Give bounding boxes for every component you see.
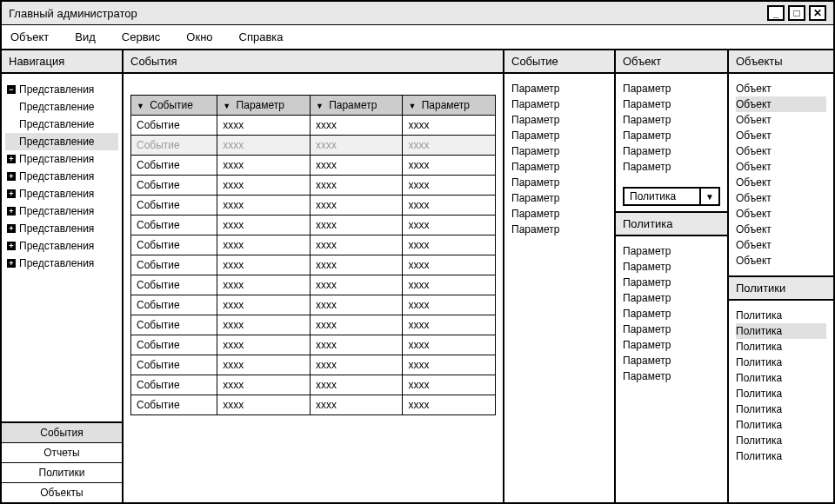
tree-item-label: Представления <box>19 153 94 165</box>
column-header[interactable]: ▼ Параметр <box>217 96 311 116</box>
tree-item-label: Представления <box>19 205 94 217</box>
navigation-tabs: СобытияОтчетыПолитикиОбъекты <box>2 421 122 502</box>
list-item[interactable]: Объект <box>736 237 826 253</box>
object-column: Объект ПараметрПараметрПараметрПараметрП… <box>616 50 729 502</box>
dropdown-arrow-icon[interactable]: ▼ <box>701 187 720 206</box>
list-item[interactable]: Объект <box>736 128 826 143</box>
table-cell: xxxx <box>217 216 311 235</box>
navigation-tree: ПредставленияПредставлениеПредставлениеП… <box>2 74 122 421</box>
table-cell: Событие <box>131 176 217 196</box>
tree-item[interactable]: Представление <box>5 98 118 116</box>
collapse-icon[interactable] <box>7 85 16 94</box>
list-item[interactable]: Объект <box>736 206 826 222</box>
list-item[interactable]: Политика <box>736 308 826 323</box>
tree-item-label: Представления <box>19 188 94 200</box>
expand-icon[interactable] <box>7 207 16 216</box>
events-body: ▼ Событие▼ Параметр▼ Параметр▼ Параметр … <box>124 74 503 422</box>
object-header: Объект <box>616 50 727 74</box>
table-cell: xxxx <box>217 176 311 196</box>
list-item[interactable]: Объект <box>736 112 826 128</box>
column-header[interactable]: ▼ Параметр <box>310 96 403 116</box>
policy-select[interactable]: Политика <box>623 187 701 206</box>
minimize-button[interactable]: _ <box>767 5 785 21</box>
param-item: Параметр <box>511 81 607 96</box>
list-item[interactable]: Политика <box>736 355 826 370</box>
list-item[interactable]: Политика <box>736 401 826 417</box>
table-row[interactable]: Событиеxxxxxxxxxxxx <box>131 156 496 176</box>
expand-icon[interactable] <box>7 155 16 163</box>
menu-item[interactable]: Вид <box>75 30 96 43</box>
list-item[interactable]: Политика <box>736 370 826 386</box>
list-item[interactable]: Политика <box>736 339 826 355</box>
table-cell: xxxx <box>217 116 311 136</box>
nav-tab[interactable]: Объекты <box>2 483 122 502</box>
expand-icon[interactable] <box>7 189 16 198</box>
table-row[interactable]: Событиеxxxxxxxxxxxx <box>131 335 496 355</box>
tree-item[interactable]: Представления <box>5 237 118 255</box>
list-item[interactable]: Объект <box>736 159 826 175</box>
table-cell: xxxx <box>310 295 403 315</box>
table-cell: xxxx <box>217 196 311 216</box>
maximize-button[interactable]: □ <box>788 5 805 21</box>
tree-item[interactable]: Представления <box>5 255 118 272</box>
list-item[interactable]: Объект <box>736 253 826 269</box>
table-cell: xxxx <box>217 275 311 295</box>
column-header[interactable]: ▼ Событие <box>131 96 217 116</box>
table-row[interactable]: Событиеxxxxxxxxxxxx <box>131 275 496 295</box>
column-header[interactable]: ▼ Параметр <box>403 96 496 116</box>
policy-section: Политика ПараметрПараметрПараметрПарамет… <box>616 213 727 502</box>
nav-tab[interactable]: Политики <box>2 463 122 483</box>
table-cell: xxxx <box>403 315 496 335</box>
list-item[interactable]: Политика <box>736 386 826 401</box>
list-item[interactable]: Объект <box>736 175 826 190</box>
table-row[interactable]: Событиеxxxxxxxxxxxx <box>131 136 496 156</box>
list-item[interactable]: Объект <box>736 190 826 206</box>
list-item[interactable]: Политика <box>736 417 826 433</box>
table-cell: xxxx <box>217 375 311 395</box>
expand-icon[interactable] <box>7 242 16 250</box>
table-cell: Событие <box>131 355 217 375</box>
close-button[interactable]: ✕ <box>809 5 826 21</box>
menu-item[interactable]: Справка <box>239 30 284 43</box>
object-section: Объект ПараметрПараметрПараметрПараметрП… <box>616 50 727 213</box>
tree-item[interactable]: Представление <box>5 116 118 133</box>
tree-item-label: Представления <box>19 240 94 252</box>
table-row[interactable]: Событиеxxxxxxxxxxxx <box>131 295 496 315</box>
nav-tab[interactable]: События <box>2 423 122 443</box>
tree-item-label: Представления <box>19 170 94 182</box>
table-row[interactable]: Событиеxxxxxxxxxxxx <box>131 315 496 335</box>
tree-item[interactable]: Представления <box>5 185 118 202</box>
expand-icon[interactable] <box>7 224 16 233</box>
list-item[interactable]: Объект <box>736 222 826 237</box>
list-item[interactable]: Политика <box>736 433 826 448</box>
table-row[interactable]: Событиеxxxxxxxxxxxx <box>131 375 496 395</box>
menu-item[interactable]: Сервис <box>122 30 161 43</box>
tree-item[interactable]: Представления <box>5 220 118 237</box>
tree-item[interactable]: Представления <box>5 81 118 98</box>
expand-icon[interactable] <box>7 259 16 268</box>
sort-icon: ▼ <box>316 102 324 110</box>
expand-icon[interactable] <box>7 172 16 181</box>
table-row[interactable]: Событиеxxxxxxxxxxxx <box>131 235 496 255</box>
table-row[interactable]: Событиеxxxxxxxxxxxx <box>131 355 496 375</box>
table-row[interactable]: Событиеxxxxxxxxxxxx <box>131 116 496 136</box>
param-item: Параметр <box>623 290 720 306</box>
tree-item[interactable]: Представление <box>5 133 118 150</box>
list-item[interactable]: Объект <box>736 96 826 112</box>
table-row[interactable]: Событиеxxxxxxxxxxxx <box>131 255 496 275</box>
table-row[interactable]: Событиеxxxxxxxxxxxx <box>131 196 496 216</box>
list-item[interactable]: Объект <box>736 81 826 96</box>
menu-item[interactable]: Объект <box>10 30 49 43</box>
table-cell: xxxx <box>310 375 403 395</box>
list-item[interactable]: Политика <box>736 448 826 464</box>
tree-item[interactable]: Представления <box>5 150 118 168</box>
tree-item[interactable]: Представления <box>5 168 118 185</box>
nav-tab[interactable]: Отчеты <box>2 443 122 463</box>
table-row[interactable]: Событиеxxxxxxxxxxxx <box>131 395 496 415</box>
menu-item[interactable]: Окно <box>186 30 212 43</box>
table-row[interactable]: Событиеxxxxxxxxxxxx <box>131 176 496 196</box>
list-item[interactable]: Политика <box>736 323 826 339</box>
table-row[interactable]: Событиеxxxxxxxxxxxx <box>131 216 496 235</box>
list-item[interactable]: Объект <box>736 143 826 159</box>
tree-item[interactable]: Представления <box>5 202 118 220</box>
